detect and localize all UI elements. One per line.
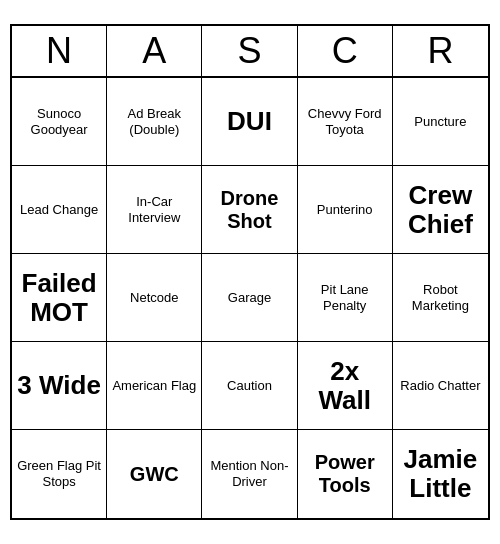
cell-20[interactable]: Green Flag Pit Stops [12, 430, 107, 518]
header-letter-c: C [298, 26, 393, 76]
cell-1[interactable]: Ad Break (Double) [107, 78, 202, 166]
cell-9[interactable]: Crew Chief [393, 166, 488, 254]
header-row: NASCR [12, 26, 488, 78]
cell-text-22: Mention Non-Driver [206, 458, 292, 489]
cell-2[interactable]: DUI [202, 78, 297, 166]
cell-text-11: Netcode [130, 290, 178, 306]
bingo-grid: Sunoco GoodyearAd Break (Double)DUIChevv… [12, 78, 488, 518]
cell-text-15: 3 Wide [17, 371, 101, 400]
header-letter-r: R [393, 26, 488, 76]
cell-5[interactable]: Lead Change [12, 166, 107, 254]
bingo-card: NASCR Sunoco GoodyearAd Break (Double)DU… [10, 24, 490, 520]
cell-text-21: GWC [130, 463, 179, 486]
cell-text-3: Chevvy Ford Toyota [302, 106, 388, 137]
cell-0[interactable]: Sunoco Goodyear [12, 78, 107, 166]
cell-text-5: Lead Change [20, 202, 98, 218]
cell-10[interactable]: Failed MOT [12, 254, 107, 342]
cell-6[interactable]: In-Car Interview [107, 166, 202, 254]
cell-17[interactable]: Caution [202, 342, 297, 430]
header-letter-a: A [107, 26, 202, 76]
cell-text-20: Green Flag Pit Stops [16, 458, 102, 489]
cell-text-7: Drone Shot [206, 187, 292, 233]
cell-text-19: Radio Chatter [400, 378, 480, 394]
header-letter-s: S [202, 26, 297, 76]
cell-text-1: Ad Break (Double) [111, 106, 197, 137]
header-letter-n: N [12, 26, 107, 76]
cell-14[interactable]: Robot Marketing [393, 254, 488, 342]
cell-13[interactable]: Pit Lane Penalty [298, 254, 393, 342]
cell-3[interactable]: Chevvy Ford Toyota [298, 78, 393, 166]
cell-23[interactable]: Power Tools [298, 430, 393, 518]
cell-text-18: 2x Wall [302, 357, 388, 414]
cell-16[interactable]: American Flag [107, 342, 202, 430]
cell-11[interactable]: Netcode [107, 254, 202, 342]
cell-text-13: Pit Lane Penalty [302, 282, 388, 313]
cell-text-8: Punterino [317, 202, 373, 218]
cell-text-23: Power Tools [302, 451, 388, 497]
cell-7[interactable]: Drone Shot [202, 166, 297, 254]
cell-12[interactable]: Garage [202, 254, 297, 342]
cell-24[interactable]: Jamie Little [393, 430, 488, 518]
cell-19[interactable]: Radio Chatter [393, 342, 488, 430]
cell-text-9: Crew Chief [397, 181, 484, 238]
cell-8[interactable]: Punterino [298, 166, 393, 254]
cell-15[interactable]: 3 Wide [12, 342, 107, 430]
cell-text-10: Failed MOT [16, 269, 102, 326]
cell-text-16: American Flag [112, 378, 196, 394]
cell-22[interactable]: Mention Non-Driver [202, 430, 297, 518]
cell-text-0: Sunoco Goodyear [16, 106, 102, 137]
cell-text-17: Caution [227, 378, 272, 394]
cell-text-4: Puncture [414, 114, 466, 130]
cell-4[interactable]: Puncture [393, 78, 488, 166]
cell-text-2: DUI [227, 107, 272, 136]
cell-text-24: Jamie Little [397, 445, 484, 502]
cell-18[interactable]: 2x Wall [298, 342, 393, 430]
cell-text-12: Garage [228, 290, 271, 306]
cell-text-14: Robot Marketing [397, 282, 484, 313]
cell-text-6: In-Car Interview [111, 194, 197, 225]
cell-21[interactable]: GWC [107, 430, 202, 518]
